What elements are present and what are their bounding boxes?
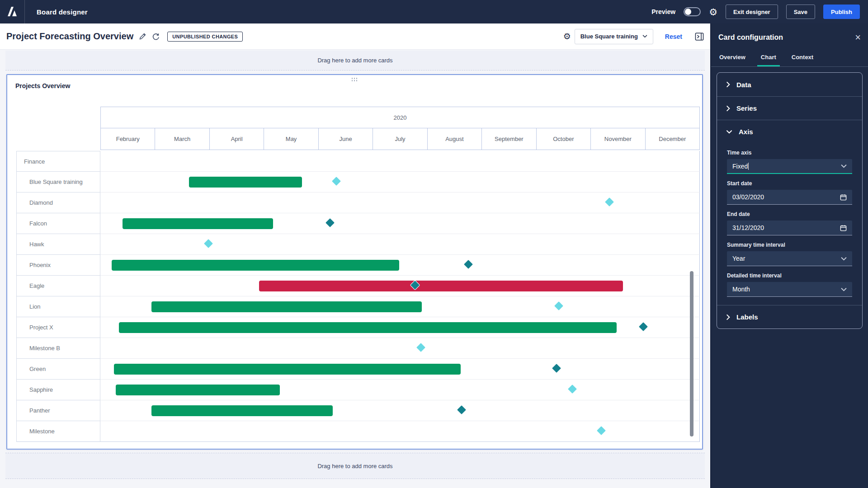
start-date-input[interactable]: 03/02/2020 (727, 190, 852, 205)
detailed-interval-select[interactable]: Month (727, 282, 852, 297)
chevron-right-icon (726, 314, 730, 320)
gantt-card[interactable]: Projects Overview 2020 FebruaryMarchApri… (6, 74, 703, 450)
end-date-label: End date (727, 211, 852, 217)
gantt-header: 2020 FebruaryMarchAprilMayJuneJulyAugust… (100, 107, 700, 150)
gantt-row: Diamond (16, 192, 700, 213)
vertical-scrollbar-thumb[interactable] (690, 271, 693, 436)
gantt-bar (114, 364, 461, 375)
preview-toggle[interactable] (684, 7, 701, 16)
section-series-label: Series (736, 104, 757, 112)
reset-link[interactable]: Reset (665, 33, 682, 40)
row-track (100, 255, 700, 276)
gantt-row: Panther (16, 400, 700, 421)
row-track (100, 151, 700, 172)
dropzone-top[interactable]: Drag here to add more cards (5, 51, 705, 70)
context-gear-icon[interactable]: ⚙ (563, 31, 571, 42)
row-track (100, 172, 700, 192)
gantt-row: Milestone B (16, 338, 700, 359)
start-date-label: Start date (727, 180, 852, 187)
panel-title: Card configuration (718, 33, 783, 42)
gantt-year-label: 2020 (100, 107, 700, 128)
gantt-row: Blue Square training (16, 172, 700, 192)
section-data[interactable]: Data (717, 73, 862, 96)
chevron-right-icon (726, 81, 730, 88)
section-axis[interactable]: Axis (717, 120, 862, 143)
month-header-cell: May (264, 128, 318, 150)
collapse-panel-icon[interactable] (695, 33, 704, 41)
row-track (100, 234, 700, 255)
detailed-interval-value: Month (732, 286, 750, 293)
row-label: Panther (16, 400, 100, 421)
gantt-month-row: FebruaryMarchAprilMayJuneJulyAugustSepte… (100, 128, 700, 150)
section-labels[interactable]: Labels (717, 305, 862, 328)
close-icon[interactable]: × (855, 33, 861, 42)
tab-chart[interactable]: Chart (760, 48, 777, 66)
chevron-down-icon (841, 287, 847, 291)
end-date-value: 31/12/2020 (732, 224, 764, 231)
card-drag-handle-icon[interactable] (352, 78, 358, 82)
row-label: Milestone (16, 421, 100, 442)
month-header-cell: August (428, 128, 482, 150)
row-label: Finance (16, 151, 100, 172)
time-axis-value: Fixed (732, 163, 748, 170)
section-series[interactable]: Series (717, 96, 862, 120)
milestone-diamond (325, 218, 335, 228)
time-axis-label: Time axis (727, 150, 852, 156)
app-title: Board designer (37, 8, 88, 16)
row-label: Green (16, 359, 100, 380)
gantt-row: Phoenix (16, 255, 700, 276)
anaplan-logo[interactable] (0, 0, 25, 23)
end-date-input[interactable]: 31/12/2020 (727, 221, 852, 235)
gantt-bar (151, 301, 421, 312)
month-header-cell: February (101, 128, 155, 150)
settings-gear-icon[interactable]: ⚙ (709, 7, 717, 17)
milestone-diamond (638, 322, 649, 332)
row-track (100, 359, 700, 380)
month-header-cell: July (373, 128, 427, 150)
unpublished-changes-badge: UNPUBLISHED CHANGES (167, 32, 243, 42)
month-header-cell: September (482, 128, 536, 150)
exit-designer-button[interactable]: Exit designer (726, 5, 778, 19)
publish-button[interactable]: Publish (823, 5, 860, 19)
row-track (100, 296, 700, 317)
time-axis-select[interactable]: Fixed (727, 159, 852, 174)
summary-interval-select[interactable]: Year (727, 251, 852, 266)
gantt-row: Hawk (16, 234, 700, 255)
milestone-diamond (203, 239, 213, 249)
save-button[interactable]: Save (786, 5, 815, 19)
tab-context[interactable]: Context (791, 48, 814, 66)
edit-pencil-icon[interactable] (139, 33, 146, 40)
section-data-label: Data (736, 81, 751, 89)
row-label: Project X (16, 317, 100, 338)
row-track (100, 213, 700, 234)
milestone-diamond (554, 301, 564, 311)
context-selector-value: Blue Square training (580, 33, 638, 40)
context-selector[interactable]: Blue Square training (575, 29, 653, 44)
tab-overview[interactable]: Overview (718, 48, 746, 66)
gantt-body: FinanceBlue Square trainingDiamondFalcon… (16, 151, 700, 442)
month-header-cell: October (537, 128, 591, 150)
row-label: Lion (16, 296, 100, 317)
milestone-diamond (331, 176, 341, 187)
sync-refresh-icon[interactable] (152, 33, 160, 41)
gantt-row: Lion (16, 296, 700, 317)
gantt-bar (259, 281, 623, 291)
row-track (100, 421, 700, 442)
gantt-row: Project X (16, 317, 700, 338)
row-label: Eagle (16, 276, 100, 296)
chevron-down-icon (841, 164, 847, 168)
gantt-row: Green (16, 359, 700, 380)
toggle-knob (685, 9, 691, 15)
card-title: Projects Overview (15, 82, 70, 89)
board-header: Project Forecasting Overview UNPUBLISHED… (0, 23, 710, 50)
start-date-value: 03/02/2020 (732, 193, 764, 201)
gantt-row: Eagle (16, 276, 700, 296)
gantt-row: Sapphire (16, 380, 700, 400)
milestone-diamond (463, 259, 474, 270)
row-track (100, 276, 700, 296)
card-configuration-panel: Card configuration × OverviewChartContex… (710, 23, 868, 488)
dropzone-bottom[interactable]: Drag here to add more cards (5, 453, 705, 479)
row-track (100, 192, 700, 213)
gantt-bar (119, 322, 617, 333)
month-header-cell: November (591, 128, 645, 150)
